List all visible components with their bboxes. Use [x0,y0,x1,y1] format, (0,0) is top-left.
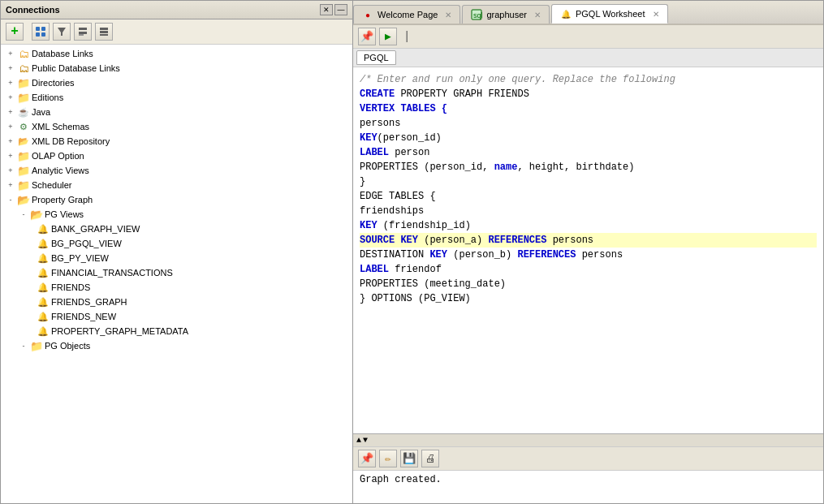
tabs-bar: ● Welcome Page ✕ sql graphuser ✕ 🔔 PGQL … [353,1,823,25]
xml-icon: ⚙ [17,120,30,133]
svg-marker-4 [58,28,66,36]
tree-item-pg-objects[interactable]: - 📁 PG Objects [1,338,352,353]
toggle-pg-views[interactable]: - [17,208,30,221]
tree-item-financial-transactions[interactable]: 🔔 FINANCIAL_TRANSACTIONS [1,265,352,280]
toggle-olap[interactable]: + [4,149,17,162]
code-line-15: } OPTIONS (PG_VIEW) [360,291,817,306]
tree-item-bg-pgql-view[interactable]: 🔔 BG_PGQL_VIEW [1,236,352,251]
xmldb-icon: 📂 [17,135,30,148]
editor-toolbar: 📌 ▶ | [353,25,823,49]
expand-all-button[interactable] [95,23,113,41]
tree-item-property-graph-metadata[interactable]: 🔔 PROPERTY_GRAPH_METADATA [1,324,352,338]
tree-label: FINANCIAL_TRANSACTIONS [51,268,173,278]
toggle-java[interactable]: + [4,106,17,118]
toggle-friends-new [30,310,37,323]
collapse-all-button[interactable] [74,23,92,41]
tree-item-public-database-links[interactable]: + 🗂 Public Database Links [1,61,352,75]
tree-label: Analytic Views [32,166,89,175]
tree-item-java[interactable]: + ☕ Java [1,105,352,119]
output-print-button[interactable]: 🖨 [421,450,439,467]
tree-item-directories[interactable]: + 📁 Directories [1,75,352,90]
tab-welcome-label: Welcome Page [377,10,438,19]
connections-tree[interactable]: + 🗂 Database Links + 🗂 Public Database L… [1,45,352,503]
tree-label: Editions [32,93,63,102]
refresh-button[interactable] [32,23,50,41]
tree-item-property-graph[interactable]: - 📂 Property Graph [1,192,352,207]
tree-item-olap[interactable]: + 📁 OLAP Option [1,149,352,163]
connections-toolbar: + [1,19,352,45]
filter-button[interactable] [53,23,71,41]
connections-header: Connections ✕ — [1,1,352,19]
tab-pgql-worksheet[interactable]: 🔔 PGQL Worksheet ✕ [551,4,668,24]
output-edit-button[interactable]: ✏ [379,450,397,467]
tree-item-friends-new[interactable]: 🔔 FRIENDS_NEW [1,309,352,324]
welcome-tab-icon: ● [362,9,373,20]
toggle-database-links[interactable]: + [4,47,17,60]
code-line-14: PROPERTIES (meeting_date) [360,277,817,291]
tab-graphuser-close[interactable]: ✕ [534,11,541,19]
tree-label: FRIENDS [51,282,90,292]
tree-item-database-links[interactable]: + 🗂 Database Links [1,46,352,61]
scroll-up-arrow[interactable]: ▲ [356,436,361,445]
tree-label: PG Views [45,209,84,219]
tree-label: PG Objects [45,341,90,351]
tree-item-pg-views[interactable]: - 📂 PG Views [1,207,352,222]
pg-view-icon-4: 🔔 [37,266,50,279]
tree-item-friends[interactable]: 🔔 FRIENDS [1,280,352,295]
code-line-9: friendships [360,204,817,218]
code-area[interactable]: PGQL /* Enter and run only one query. Re… [353,49,823,446]
code-line-10: KEY (friendship_id) [360,218,817,233]
tree-item-xml-db-repo[interactable]: + 📂 XML DB Repository [1,134,352,149]
tree-item-bank-graph-view[interactable]: 🔔 BANK_GRAPH_VIEW [1,222,352,236]
tree-item-editions[interactable]: + 📁 Editions [1,90,352,105]
toggle-financial [30,266,37,279]
minimize-panel-button[interactable]: — [334,4,347,15]
tree-item-xml-schemas[interactable]: + ⚙ XML Schemas [1,119,352,134]
pg-view-icon-2: 🔔 [37,237,50,250]
svg-rect-8 [100,28,108,30]
toggle-xml-schemas[interactable]: + [4,120,17,133]
toggle-editions[interactable]: + [4,91,17,104]
tab-graphuser[interactable]: sql graphuser ✕ [462,5,550,24]
tab-welcome[interactable]: ● Welcome Page ✕ [353,5,460,24]
tab-welcome-close[interactable]: ✕ [445,11,451,19]
pin-button[interactable]: 📌 [358,28,376,45]
tree-label: XML DB Repository [32,136,110,146]
toggle-pg-objects[interactable]: - [17,339,30,352]
output-pin-button[interactable]: 📌 [358,450,376,467]
editor-panel: ● Welcome Page ✕ sql graphuser ✕ 🔔 PGQL … [353,0,824,504]
tree-item-friends-graph[interactable]: 🔔 FRIENDS_GRAPH [1,295,352,309]
pg-views-icon: 📂 [30,208,43,221]
graphuser-tab-icon: sql [471,9,482,20]
toggle-xml-db[interactable]: + [4,135,17,148]
tree-label: Database Links [32,49,93,58]
code-line-7: } [360,174,817,189]
toggle-bg-py [30,252,37,265]
output-save-button[interactable]: 💾 [400,450,418,467]
toggle-friends [30,281,37,294]
toggle-directories[interactable]: + [4,76,17,89]
toggle-property-graph[interactable]: - [4,193,17,206]
svg-rect-0 [36,27,40,31]
pg-objects-icon: 📁 [30,339,43,352]
tree-label: OLAP Option [32,151,84,161]
code-tab-pgql[interactable]: PGQL [356,50,396,65]
tree-label: Java [32,107,50,117]
code-tab-bar: PGQL [353,49,823,67]
toggle-scheduler[interactable]: + [4,179,17,192]
close-panel-button[interactable]: ✕ [320,4,333,15]
scroll-down-arrow[interactable]: ▼ [363,436,368,445]
code-line-5: LABEL person [360,145,817,160]
tab-pgql-close[interactable]: ✕ [653,10,659,19]
toggle-public-db-links[interactable]: + [4,62,17,75]
tree-item-scheduler[interactable]: + 📁 Scheduler [1,178,352,192]
folder-icon: 🗂 [17,47,30,60]
output-toolbar: 📌 ✏ 💾 🖨 [353,447,823,471]
svg-text:sql: sql [473,11,482,19]
tree-item-analytic-views[interactable]: + 📁 Analytic Views [1,163,352,178]
run-button[interactable]: ▶ [379,28,397,45]
add-connection-button[interactable]: + [6,23,24,41]
toggle-analytic-views[interactable]: + [4,164,17,177]
tree-item-bg-py-view[interactable]: 🔔 BG_PY_VIEW [1,251,352,265]
code-content[interactable]: /* Enter and run only one query. Replace… [353,67,823,433]
